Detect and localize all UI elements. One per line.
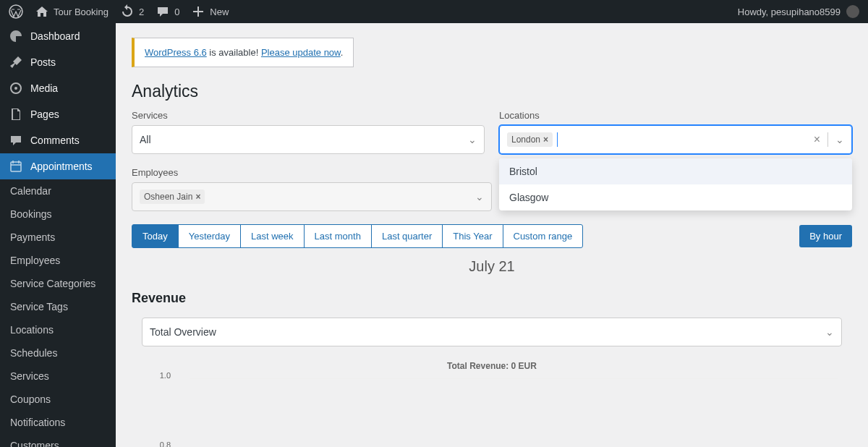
sidebar-sub-payments[interactable]: Payments [0,226,116,249]
sidebar-sub-schedules[interactable]: Schedules [0,341,116,365]
page-title: Analytics [132,82,852,101]
pin-icon [9,55,23,69]
svg-rect-3 [11,162,21,171]
range-last-month[interactable]: Last month [304,224,372,248]
chevron-down-icon: ⌄ [475,191,484,203]
chevron-down-icon[interactable]: ⌄ [835,134,844,145]
revenue-select-value: Total Overview [150,326,216,338]
wp-version-link[interactable]: WordPress 6.6 [145,47,207,58]
sidebar-sub-notifications[interactable]: Notifications [0,411,116,434]
wordpress-icon [9,4,23,19]
comments-link[interactable]: 0 [156,4,179,19]
notice-text: is available! [207,47,261,58]
services-label: Services [132,110,485,121]
chart-grid [190,378,838,447]
revenue-title: Revenue [132,291,852,306]
sidebar-label: Media [30,82,58,94]
sidebar-item-appointments[interactable]: Appointments [0,153,116,179]
admin-sidebar: Dashboard Posts Media Pages Comments App… [0,23,116,447]
updates-link[interactable]: 2 [120,4,144,19]
pages-icon [9,107,23,122]
sidebar-item-pages[interactable]: Pages [0,101,116,127]
updates-count: 2 [139,7,144,17]
y-tick: 1.0 [160,371,171,380]
chip-remove-icon[interactable]: × [543,135,548,145]
dashboard-icon [9,29,23,43]
y-tick: 0.8 [160,440,171,447]
home-icon [35,4,49,19]
text-cursor [557,132,558,147]
plus-icon [191,4,205,19]
sidebar-label: Dashboard [30,30,80,42]
sidebar-sub-employees[interactable]: Employees [0,249,116,272]
range-this-year[interactable]: This Year [442,224,503,248]
chart-title: Total Revenue: 0 EUR [146,361,838,371]
calendar-icon [9,159,23,174]
sidebar-item-dashboard[interactable]: Dashboard [0,23,116,49]
site-name: Tour Booking [54,7,109,17]
locations-label: Locations [499,110,852,121]
sidebar-sub-services[interactable]: Services [0,365,116,388]
sidebar-label: Appointments [30,161,93,172]
sidebar-sub-coupons[interactable]: Coupons [0,388,116,411]
clear-icon[interactable]: × [814,133,820,146]
employees-select[interactable]: Osheen Jain × ⌄ [132,182,492,211]
chip-remove-icon[interactable]: × [195,192,200,202]
sidebar-sub-service-categories[interactable]: Service Categories [0,272,116,295]
employees-label: Employees [132,167,492,178]
range-yesterday[interactable]: Yesterday [178,224,241,248]
sidebar-item-comments[interactable]: Comments [0,127,116,153]
location-chip: London × [507,132,553,147]
date-heading: July 21 [132,258,852,275]
howdy-account[interactable]: Howdy, pesupihano8599 [738,5,859,18]
employee-chip: Osheen Jain × [140,190,205,204]
sidebar-label: Comments [30,135,80,146]
comment-icon [156,4,170,19]
new-label: New [210,7,229,17]
sidebar-item-media[interactable]: Media [0,75,116,101]
chevron-down-icon: ⌄ [825,326,834,338]
sidebar-sub-customers[interactable]: Customers [0,434,116,447]
range-today[interactable]: Today [132,224,179,248]
sidebar-label: Posts [30,56,56,68]
svg-point-2 [14,87,17,90]
site-name-link[interactable]: Tour Booking [35,4,109,19]
range-last-quarter[interactable]: Last quarter [371,224,443,248]
comments-count: 0 [174,7,179,17]
new-link[interactable]: New [191,4,229,19]
sidebar-label: Pages [30,108,59,120]
revenue-overview-select[interactable]: Total Overview ⌄ [142,318,842,346]
chip-label: London [511,135,540,145]
wp-logo[interactable] [9,4,23,19]
avatar [846,5,859,18]
sidebar-sub-bookings[interactable]: Bookings [0,203,116,226]
date-range-group: Today Yesterday Last week Last month Las… [132,224,583,248]
howdy-text: Howdy, pesupihano8599 [738,7,841,17]
update-notice: WordPress 6.6 is available! Please updat… [132,38,354,67]
sidebar-sub-locations[interactable]: Locations [0,318,116,341]
sidebar-sub-calendar[interactable]: Calendar [0,179,116,203]
chevron-down-icon: ⌄ [468,134,477,145]
range-custom[interactable]: Custom range [503,224,584,248]
chip-label: Osheen Jain [144,192,192,202]
sidebar-sub-service-tags[interactable]: Service Tags [0,295,116,318]
sidebar-item-posts[interactable]: Posts [0,49,116,75]
media-icon [9,81,23,95]
locations-dropdown: Bristol Glasgow [499,158,852,210]
updates-icon [120,4,135,19]
services-value: All [140,134,151,145]
locations-select[interactable]: London × × ⌄ [499,125,852,154]
comments-icon [9,133,23,148]
divider [827,132,828,147]
by-hour-button[interactable]: By hour [799,225,852,247]
range-last-week[interactable]: Last week [240,224,305,248]
revenue-chart: Total Revenue: 0 EUR 1.0 0.8 0.6 [132,361,852,447]
admin-topbar: Tour Booking 2 0 New Howdy, pesupihano85… [0,0,868,23]
dropdown-option-glasgow[interactable]: Glasgow [499,184,852,210]
services-select[interactable]: All ⌄ [132,125,485,154]
main-content: WordPress 6.6 is available! Please updat… [116,23,868,447]
dropdown-option-bristol[interactable]: Bristol [499,158,852,184]
update-now-link[interactable]: Please update now [261,47,341,58]
